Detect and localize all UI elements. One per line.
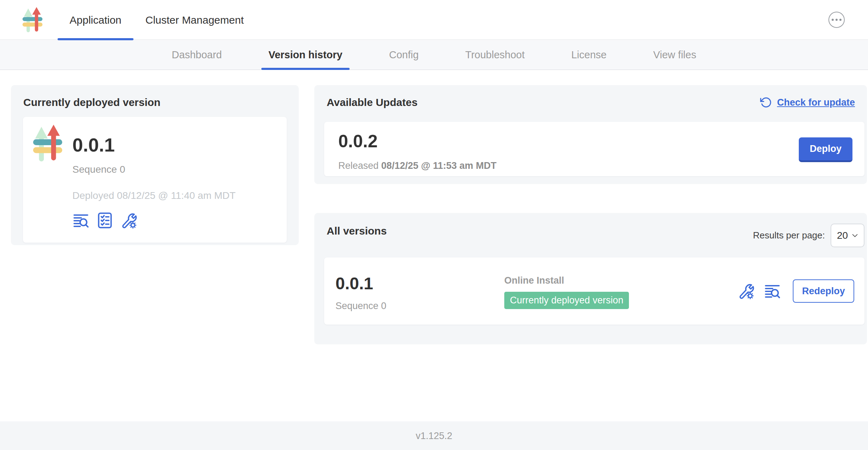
app-logo-icon bbox=[22, 7, 43, 33]
tab-cluster-management-label: Cluster Management bbox=[145, 14, 244, 26]
all-versions-title: All versions bbox=[327, 225, 387, 237]
deployed-version-number: 0.0.1 bbox=[72, 135, 236, 155]
refresh-icon bbox=[760, 96, 772, 108]
deployed-sequence-label: Sequence 0 bbox=[72, 164, 236, 175]
subnav-item-version-history[interactable]: Version history bbox=[261, 40, 350, 70]
available-updates-card: Available Updates Check for update 0.0.2… bbox=[314, 85, 867, 184]
check-for-update-label: Check for update bbox=[777, 97, 855, 108]
tab-application[interactable]: Application bbox=[58, 0, 133, 40]
deployed-version-panel: 0.0.1 Sequence 0 Deployed 08/12/25 @ 11:… bbox=[23, 117, 287, 243]
config-wrench-icon[interactable] bbox=[738, 283, 755, 300]
currently-deployed-badge: Currently deployed version bbox=[504, 292, 629, 309]
version-row: 0.0.1 Sequence 0 Online Install Currentl… bbox=[324, 257, 864, 325]
subnav-item-dashboard[interactable]: Dashboard bbox=[165, 40, 229, 70]
update-row: 0.0.2 Released 08/12/25 @ 11:53 am MDT D… bbox=[324, 122, 864, 176]
ellipsis-icon bbox=[832, 19, 834, 21]
all-versions-card: All versions Results per page: 20 0.0.1 … bbox=[314, 213, 867, 344]
top-header: Application Cluster Management bbox=[0, 0, 868, 40]
subnav-item-troubleshoot[interactable]: Troubleshoot bbox=[458, 40, 532, 70]
app-subnav: Dashboard Version history Config Trouble… bbox=[0, 40, 868, 70]
version-row-status-col: Online Install Currently deployed versio… bbox=[504, 273, 738, 309]
results-per-page: Results per page: 20 bbox=[753, 224, 864, 247]
preflight-checks-icon[interactable] bbox=[96, 212, 113, 229]
tab-application-label: Application bbox=[70, 14, 121, 26]
console-version-label: v1.125.2 bbox=[416, 431, 452, 442]
all-versions-header: All versions Results per page: 20 bbox=[327, 224, 864, 247]
diff-logs-icon[interactable] bbox=[72, 212, 89, 229]
available-updates-title: Available Updates bbox=[327, 96, 417, 108]
row-sequence-label: Sequence 0 bbox=[335, 301, 504, 312]
app-logo-icon bbox=[32, 125, 63, 163]
chevron-down-icon bbox=[851, 232, 859, 239]
version-row-version-col: 0.0.1 Sequence 0 bbox=[324, 271, 504, 311]
redeploy-button[interactable]: Redeploy bbox=[793, 279, 854, 303]
install-type-label: Online Install bbox=[504, 275, 738, 286]
deployed-timestamp: Deployed 08/12/25 @ 11:40 am MDT bbox=[72, 190, 236, 201]
deployed-action-icons bbox=[72, 212, 236, 229]
deployed-version-details: 0.0.1 Sequence 0 Deployed 08/12/25 @ 11:… bbox=[72, 117, 236, 229]
currently-deployed-card: Currently deployed version 0.0.1 Sequenc… bbox=[11, 85, 299, 245]
update-version-number: 0.0.2 bbox=[338, 132, 864, 151]
results-per-page-select[interactable]: 20 bbox=[831, 224, 864, 247]
deployed-card-title: Currently deployed version bbox=[23, 96, 160, 108]
header-tabs: Application Cluster Management bbox=[58, 0, 256, 40]
page-footer: v1.125.2 bbox=[0, 421, 868, 450]
results-per-page-value: 20 bbox=[837, 230, 848, 241]
version-row-actions: Redeploy bbox=[738, 279, 854, 303]
config-wrench-icon[interactable] bbox=[120, 212, 137, 229]
subnav-item-view-files[interactable]: View files bbox=[646, 40, 703, 70]
row-version-number: 0.0.1 bbox=[335, 275, 504, 292]
update-released-timestamp: Released 08/12/25 @ 11:53 am MDT bbox=[338, 160, 864, 171]
kots-admin-console: Application Cluster Management Dashboard… bbox=[0, 0, 868, 450]
deploy-button[interactable]: Deploy bbox=[799, 137, 852, 162]
check-for-update-link[interactable]: Check for update bbox=[760, 96, 855, 108]
results-per-page-label: Results per page: bbox=[753, 230, 825, 241]
subnav-item-config[interactable]: Config bbox=[382, 40, 426, 70]
available-updates-header: Available Updates Check for update bbox=[327, 96, 855, 108]
overflow-menu-button[interactable] bbox=[828, 12, 845, 28]
tab-cluster-management[interactable]: Cluster Management bbox=[133, 0, 256, 40]
diff-logs-icon[interactable] bbox=[764, 283, 781, 300]
subnav-item-license[interactable]: License bbox=[564, 40, 614, 70]
